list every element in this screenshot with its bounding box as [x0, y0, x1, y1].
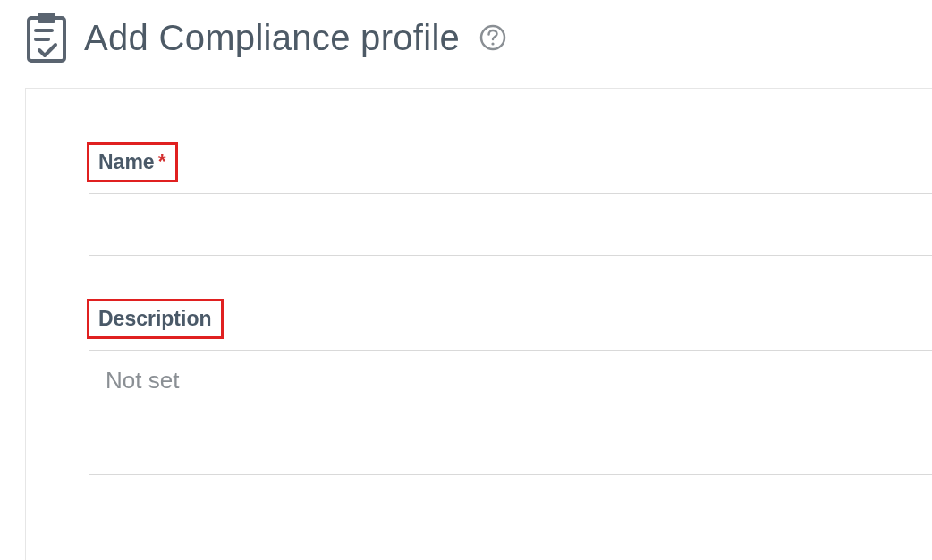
svg-rect-1: [38, 13, 55, 23]
form-panel: Name * Description: [25, 88, 932, 560]
description-label: Description: [87, 299, 224, 339]
page-header: Add Compliance profile: [0, 0, 932, 88]
required-indicator: *: [158, 150, 166, 174]
description-field: Description: [87, 299, 932, 479]
name-input[interactable]: [89, 193, 932, 256]
description-input[interactable]: [89, 350, 932, 475]
page-title: Add Compliance profile: [84, 18, 460, 58]
description-label-text: Description: [98, 307, 212, 331]
name-label: Name *: [87, 142, 178, 182]
clipboard-check-icon: [25, 13, 68, 63]
name-label-text: Name: [98, 150, 155, 174]
help-icon[interactable]: [479, 24, 506, 51]
name-field: Name *: [87, 142, 932, 256]
svg-point-5: [492, 42, 495, 45]
